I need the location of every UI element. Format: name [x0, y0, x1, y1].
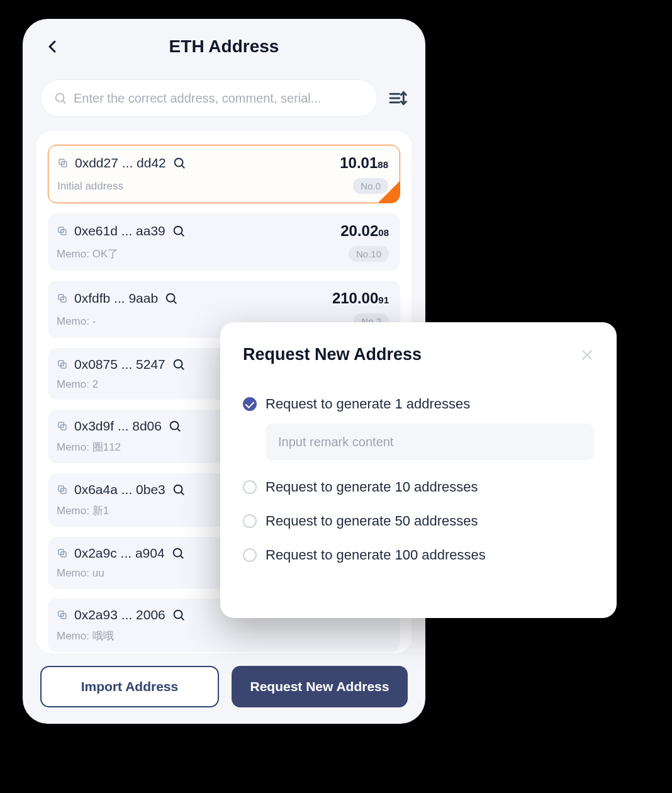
close-icon	[580, 348, 594, 362]
address-text: 0x0875 ... 5247	[74, 357, 165, 372]
selected-corner-icon	[378, 181, 400, 203]
memo-text: Memo: uu	[57, 567, 104, 580]
address-card[interactable]: 0xdd27 ... dd4210.0188Initial addressNo.…	[48, 145, 400, 203]
generate-option[interactable]: Request to generate 10 addresses	[243, 470, 594, 504]
svg-line-1	[63, 101, 65, 103]
svg-line-37	[181, 617, 184, 620]
dialog-header: Request New Address	[243, 345, 594, 364]
address-text: 0x2a9c ... a904	[74, 546, 165, 561]
svg-line-9	[182, 166, 184, 168]
balance-value: 210.0091	[332, 290, 389, 307]
copy-icon[interactable]	[57, 484, 68, 495]
search-icon	[53, 91, 67, 105]
chevron-left-icon	[45, 39, 60, 54]
remark-input-wrapper[interactable]	[266, 424, 594, 460]
balance-value: 10.0188	[340, 154, 388, 172]
memo-text: Memo: 哦哦	[57, 629, 114, 643]
copy-icon[interactable]	[57, 293, 68, 304]
balance-value: 20.0208	[340, 222, 389, 240]
copy-icon[interactable]	[57, 359, 68, 370]
magnify-icon[interactable]	[164, 291, 178, 305]
svg-point-16	[167, 294, 175, 302]
dialog-options: Request to generate 1 addressesRequest t…	[243, 387, 594, 572]
import-address-button[interactable]: Import Address	[40, 666, 219, 707]
generate-option[interactable]: Request to generate 50 addresses	[243, 504, 594, 538]
remark-input[interactable]	[278, 435, 581, 449]
page-title: ETH Address	[38, 37, 410, 57]
svg-point-20	[174, 360, 182, 368]
footer: Import Address Request New Address	[23, 653, 425, 724]
option-label: Request to generate 10 addresses	[266, 479, 478, 495]
request-new-address-dialog: Request New Address Request to generate …	[220, 322, 617, 618]
magnify-icon[interactable]	[172, 483, 186, 497]
address-text: 0x3d9f ... 8d06	[74, 419, 162, 434]
dialog-close-button[interactable]	[580, 348, 594, 362]
radio-icon[interactable]	[243, 480, 257, 494]
svg-line-17	[174, 301, 176, 303]
memo-text: Memo: 新1	[57, 503, 109, 518]
address-text: 0xe61d ... aa39	[74, 223, 165, 239]
svg-point-8	[174, 159, 182, 167]
memo-text: Memo: 圈112	[57, 440, 121, 454]
copy-icon[interactable]	[57, 157, 69, 169]
magnify-icon[interactable]	[172, 357, 186, 371]
svg-line-25	[177, 429, 180, 431]
option-label: Request to generate 50 addresses	[266, 513, 478, 529]
svg-point-24	[171, 422, 179, 430]
magnify-icon[interactable]	[171, 546, 185, 560]
svg-point-36	[174, 610, 182, 619]
option-label: Request to generate 100 addresses	[266, 547, 486, 563]
magnify-icon[interactable]	[168, 419, 182, 433]
generate-option[interactable]: Request to generate 1 addresses	[243, 387, 594, 421]
svg-line-33	[181, 556, 183, 558]
svg-line-21	[181, 367, 184, 369]
magnify-icon[interactable]	[172, 156, 186, 170]
svg-point-12	[174, 227, 182, 235]
svg-point-0	[56, 94, 64, 102]
magnify-icon[interactable]	[172, 608, 186, 622]
svg-line-13	[181, 233, 184, 236]
search-input[interactable]	[74, 91, 364, 106]
radio-icon[interactable]	[243, 548, 257, 562]
radio-icon[interactable]	[243, 514, 257, 528]
memo-text: Initial address	[57, 180, 123, 193]
address-text: 0xfdfb ... 9aab	[74, 291, 158, 306]
svg-line-29	[181, 492, 184, 495]
copy-icon[interactable]	[57, 609, 68, 621]
address-card[interactable]: 0xe61d ... aa3920.0208Memo: OK了No.10	[48, 213, 400, 271]
copy-icon[interactable]	[57, 225, 68, 237]
radio-icon[interactable]	[243, 397, 257, 411]
request-new-address-button[interactable]: Request New Address	[232, 666, 408, 707]
magnify-icon[interactable]	[172, 224, 186, 238]
svg-point-28	[174, 485, 182, 493]
sort-icon	[388, 88, 408, 108]
address-text: 0x6a4a ... 0be3	[74, 482, 165, 497]
serial-badge: No.10	[349, 246, 389, 262]
address-text: 0xdd27 ... dd42	[75, 155, 166, 171]
dialog-title: Request New Address	[243, 345, 422, 364]
memo-text: Memo: 2	[57, 378, 98, 391]
memo-text: Memo: OK了	[57, 247, 118, 261]
svg-point-32	[173, 549, 181, 557]
generate-option[interactable]: Request to generate 100 addresses	[243, 538, 594, 572]
header: ETH Address	[23, 19, 425, 74]
copy-icon[interactable]	[57, 420, 68, 432]
search-box[interactable]	[40, 79, 378, 117]
option-label: Request to generate 1 addresses	[266, 396, 470, 412]
sort-button[interactable]	[388, 88, 408, 108]
memo-text: Memo: -	[57, 315, 96, 328]
search-row	[23, 74, 425, 125]
copy-icon[interactable]	[57, 548, 68, 559]
back-button[interactable]	[45, 39, 60, 54]
address-text: 0x2a93 ... 2006	[74, 607, 165, 622]
